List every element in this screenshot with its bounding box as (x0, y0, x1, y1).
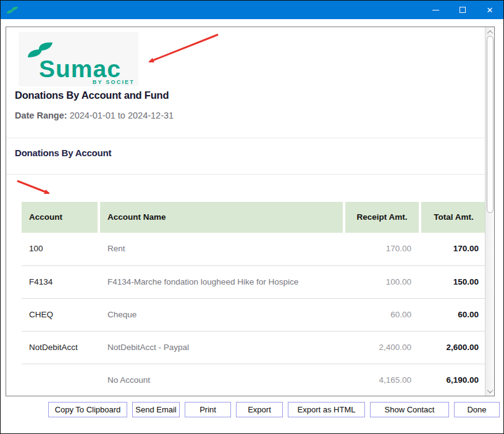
date-range-label: Date Range: (15, 111, 67, 120)
scrollbar-thumb[interactable] (487, 36, 494, 213)
cell-account: NotDebitAcct (22, 332, 98, 364)
cell-account (22, 364, 98, 396)
report-title: Donations By Account and Fund (15, 90, 169, 101)
cell-account-name: No Account (100, 364, 343, 396)
section-title: Donations By Account (15, 148, 111, 158)
cell-total-amt: 170.00 (421, 233, 486, 265)
chevron-down-icon (487, 387, 494, 393)
app-window: ✕ Sumac BY SOCIET Donations By Account a… (0, 0, 504, 434)
divider (6, 174, 494, 175)
cell-account-name: Cheque (100, 299, 343, 331)
cell-account-name: F4134-Marche fondation lougheed Hike for… (100, 266, 343, 298)
table-row[interactable]: CHEQ Cheque 60.00 60.00 (22, 298, 486, 331)
titlebar: ✕ (1, 1, 503, 19)
cell-total-amt: 60.00 (421, 299, 486, 331)
cell-account: F4134 (22, 266, 98, 298)
close-button[interactable]: ✕ (476, 1, 503, 19)
table-header-row: Account Account Name Receipt Amt. Total … (22, 202, 486, 233)
table-row[interactable]: 100 Rent 170.00 170.00 (22, 233, 486, 265)
cell-account-name: Rent (100, 233, 343, 265)
donations-table: Account Account Name Receipt Amt. Total … (22, 202, 486, 396)
export-as-html-button[interactable]: Export as HTML (288, 402, 365, 417)
close-icon: ✕ (487, 6, 494, 14)
export-button[interactable]: Export (236, 402, 283, 417)
sumac-logo: Sumac BY SOCIET (19, 32, 138, 86)
maximize-button[interactable] (449, 1, 476, 19)
done-button[interactable]: Done (454, 402, 500, 417)
column-header-account: Account (22, 202, 98, 233)
minimize-button[interactable] (422, 1, 449, 19)
cell-account: 100 (22, 233, 98, 265)
vertical-scrollbar[interactable] (485, 27, 494, 396)
cell-receipt-amt: 60.00 (345, 299, 419, 331)
cell-receipt-amt: 100.00 (345, 266, 419, 298)
send-email-button[interactable]: Send Email (132, 402, 180, 417)
date-range-value: 2024-01-01 to 2024-12-31 (70, 111, 174, 120)
app-logo-icon (7, 6, 18, 14)
cell-account: CHEQ (22, 299, 98, 331)
report-panel: Sumac BY SOCIET Donations By Account and… (6, 27, 495, 396)
table-row[interactable]: NotDebitAcct NotDebitAcct - Paypal 2,400… (22, 331, 486, 364)
chevron-up-icon (487, 30, 494, 36)
table-row[interactable]: No Account 4,165.00 6,190.00 (22, 364, 486, 396)
table-row[interactable]: F4134 F4134-Marche fondation lougheed Hi… (22, 265, 486, 298)
divider (6, 138, 494, 138)
cell-receipt-amt: 170.00 (345, 233, 419, 265)
column-header-account-name: Account Name (100, 202, 343, 233)
cell-receipt-amt: 2,400.00 (345, 332, 419, 364)
scroll-down-button[interactable] (485, 386, 495, 395)
cell-total-amt: 6,190.00 (421, 364, 486, 396)
column-header-receipt-amt: Receipt Amt. (345, 202, 419, 233)
show-contact-button[interactable]: Show Contact (370, 402, 449, 417)
maximize-icon (460, 7, 466, 13)
cell-account-name: NotDebitAcct - Paypal (100, 332, 343, 364)
scroll-up-button[interactable] (485, 28, 495, 36)
print-button[interactable]: Print (185, 402, 231, 417)
copy-to-clipboard-button[interactable]: Copy To Clipboard (48, 402, 127, 417)
brand-byline: BY SOCIET (93, 79, 135, 85)
action-button-row: Copy To Clipboard Send Email Print Expor… (1, 402, 500, 417)
minimize-icon (432, 10, 439, 10)
column-header-total-amt: Total Amt. (421, 202, 486, 233)
cell-total-amt: 2,600.00 (421, 332, 486, 364)
cell-total-amt: 150.00 (421, 266, 486, 298)
date-range: Date Range: 2024-01-01 to 2024-12-31 (15, 111, 174, 120)
cell-receipt-amt: 4,165.00 (345, 364, 419, 396)
